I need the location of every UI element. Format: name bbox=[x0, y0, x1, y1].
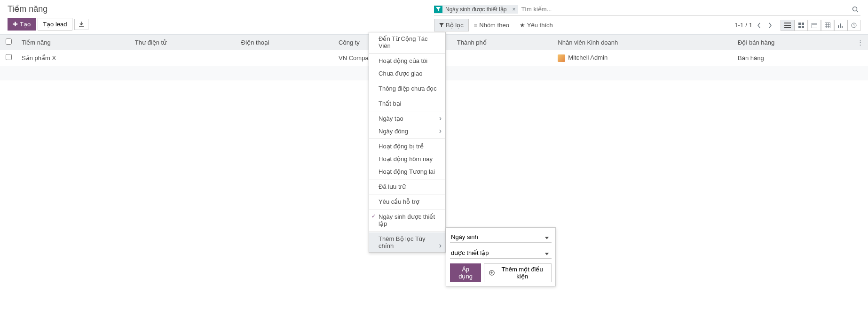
svg-rect-4 bbox=[802, 26, 804, 28]
select-all-checkbox[interactable] bbox=[6, 39, 12, 45]
pager-sep: / bbox=[745, 22, 747, 29]
col-email[interactable]: Thư điện tử bbox=[130, 35, 237, 50]
pivot-icon bbox=[825, 23, 830, 28]
cell-team: Bán hàng bbox=[733, 50, 852, 66]
cell-city bbox=[452, 50, 553, 66]
group-by-label: Nhóm theo bbox=[479, 22, 509, 29]
create-lead-button[interactable]: Tạo lead bbox=[38, 18, 72, 31]
pager-range[interactable]: 1-1 bbox=[734, 22, 743, 29]
favorites-button[interactable]: ★ Yêu thích bbox=[514, 19, 558, 31]
filter-item-unassigned[interactable]: Chưa được giao bbox=[369, 67, 445, 80]
favorites-label: Yêu thích bbox=[527, 22, 553, 29]
svg-rect-5 bbox=[812, 23, 817, 28]
create-label: Tạo bbox=[20, 21, 31, 28]
filter-icon bbox=[434, 6, 442, 13]
col-team[interactable]: Đội bán hàng bbox=[733, 35, 852, 50]
view-graph-button[interactable] bbox=[834, 20, 847, 31]
filters-dropdown: Đến Từ Cộng Tác Viên Hoạt động của tôi C… bbox=[369, 32, 446, 80]
list-icon bbox=[784, 23, 791, 28]
view-pivot-button[interactable] bbox=[821, 20, 834, 31]
group-by-button[interactable]: ≡ Nhóm theo bbox=[469, 19, 514, 31]
svg-rect-3 bbox=[798, 26, 801, 28]
col-phone[interactable]: Điện thoại bbox=[237, 35, 334, 50]
star-icon: ★ bbox=[520, 22, 525, 29]
cell-email bbox=[130, 50, 237, 66]
col-salesperson[interactable]: Nhân viên Kinh doanh bbox=[553, 35, 733, 50]
create-button[interactable]: ✚ Tạo bbox=[8, 18, 36, 31]
download-icon bbox=[79, 22, 84, 27]
search-input[interactable] bbox=[518, 4, 850, 15]
svg-point-0 bbox=[853, 7, 857, 11]
row-checkbox[interactable] bbox=[6, 54, 12, 60]
group-icon: ≡ bbox=[474, 22, 478, 29]
svg-rect-2 bbox=[802, 23, 804, 25]
kanban-icon bbox=[798, 23, 804, 28]
close-icon[interactable]: × bbox=[509, 5, 518, 14]
download-button[interactable] bbox=[74, 19, 88, 30]
column-options[interactable]: ⋮ bbox=[852, 35, 868, 50]
col-city[interactable]: Thành phố bbox=[452, 35, 553, 50]
filter-item-my-activities[interactable]: Hoạt động của tôi bbox=[369, 54, 445, 67]
view-list-button[interactable] bbox=[781, 20, 795, 31]
search-icon[interactable] bbox=[850, 6, 860, 13]
col-opportunity[interactable]: Tiềm năng bbox=[17, 35, 130, 50]
avatar bbox=[558, 54, 565, 62]
view-kanban-button[interactable] bbox=[795, 20, 808, 31]
filter-icon bbox=[439, 23, 444, 28]
pager-prev[interactable] bbox=[754, 21, 764, 30]
plus-icon: ✚ bbox=[13, 21, 18, 28]
filters-button[interactable]: Bộ lọc bbox=[434, 19, 469, 31]
search-facet[interactable]: Ngày sinh được thiết lập × bbox=[434, 5, 518, 14]
pager-total: 1 bbox=[749, 22, 752, 29]
graph-icon bbox=[838, 23, 844, 28]
activity-icon bbox=[851, 23, 857, 28]
cell-salesperson: Mitchell Admin bbox=[553, 50, 733, 66]
view-activity-button[interactable] bbox=[847, 20, 860, 31]
svg-rect-6 bbox=[825, 23, 830, 28]
pager: 1-1 / 1 bbox=[734, 21, 775, 30]
pager-next[interactable] bbox=[765, 21, 775, 30]
cell-opportunity: Sản phẩm X bbox=[17, 50, 130, 66]
cell-phone bbox=[237, 50, 334, 66]
svg-rect-1 bbox=[798, 23, 801, 25]
search-facet-label: Ngày sinh được thiết lập bbox=[442, 5, 509, 14]
calendar-icon bbox=[812, 23, 817, 28]
page-title: Tiềm năng bbox=[8, 4, 434, 14]
filters-label: Bộ lọc bbox=[446, 22, 464, 29]
filter-item-collaborator[interactable]: Đến Từ Cộng Tác Viên bbox=[369, 32, 445, 52]
view-calendar-button[interactable] bbox=[808, 20, 821, 31]
